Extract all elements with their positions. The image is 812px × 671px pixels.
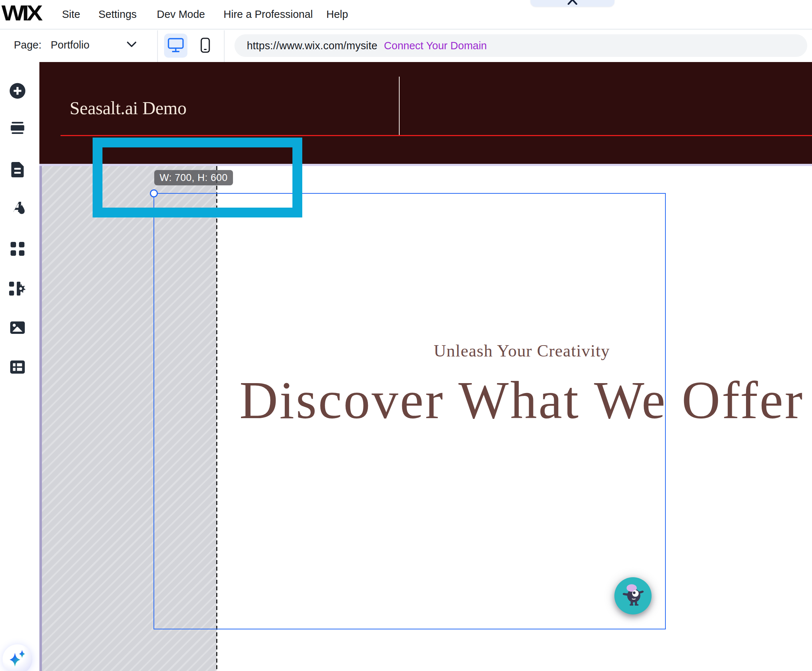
sidebar-item-cms[interactable]: [0, 276, 35, 302]
layout-grid-icon: [10, 361, 25, 375]
desktop-view-button[interactable]: [164, 34, 187, 58]
page-selector[interactable]: Portfolio: [51, 39, 89, 51]
menu-item-help[interactable]: Help: [326, 0, 348, 29]
size-tooltip: W: 700, H: 600: [154, 170, 233, 186]
media-icon: [10, 322, 25, 335]
sidebar-item-layout[interactable]: [0, 354, 35, 381]
collapsed-popup[interactable]: [530, 0, 614, 7]
ai-assistant-button[interactable]: [3, 644, 32, 671]
canvas-left-guide: [39, 166, 42, 671]
header-vertical-divider: [399, 77, 399, 135]
plus-circle-icon: [9, 82, 26, 100]
wix-chat-monster-icon: [620, 582, 646, 610]
chevron-down-icon[interactable]: [126, 41, 137, 48]
site-title[interactable]: Seasalt.ai Demo: [70, 97, 186, 119]
mobile-icon: [200, 37, 210, 54]
sidebar-item-app-market[interactable]: [0, 236, 35, 262]
editor-canvas[interactable]: Seasalt.ai Demo Unleash Your Creativity …: [39, 62, 812, 671]
desktop-icon: [167, 37, 184, 54]
sidebar-item-add-section[interactable]: [0, 115, 35, 141]
page-label: Page:: [14, 39, 42, 51]
site-url: https://www.wix.com/mysite: [247, 40, 377, 52]
ai-sparkles-icon: [6, 648, 29, 671]
mobile-view-button[interactable]: [194, 34, 217, 58]
site-url-bar[interactable]: https://www.wix.com/mysite Connect Your …: [234, 34, 807, 57]
top-menu-bar: WIX Site Settings Dev Mode Hire a Profes…: [0, 0, 812, 29]
page-toolbar: Page: Portfolio https://www.wix.com/mysi…: [0, 30, 812, 62]
sidebar-item-media[interactable]: [0, 315, 35, 341]
chat-widget-button[interactable]: [614, 577, 652, 615]
wix-logo[interactable]: WIX: [2, 2, 41, 24]
sidebar-item-site-design[interactable]: [0, 196, 35, 222]
page-icon: [11, 162, 24, 179]
header-red-line: [61, 135, 812, 136]
close-icon: [567, 0, 578, 7]
selection-bounding-box[interactable]: [153, 193, 666, 629]
workspace: Seasalt.ai Demo Unleash Your Creativity …: [0, 62, 812, 671]
menu-item-settings[interactable]: Settings: [99, 0, 137, 29]
sidebar-item-add-elements[interactable]: [0, 78, 35, 104]
site-design-icon: [10, 201, 25, 217]
menu-item-site[interactable]: Site: [62, 0, 80, 29]
add-section-icon: [10, 122, 24, 135]
menu-item-hire-a-professional[interactable]: Hire a Professional: [224, 0, 313, 29]
toolbar-separator: [224, 30, 224, 62]
editor-sidebar: [0, 62, 39, 671]
connect-domain-link[interactable]: Connect Your Domain: [384, 40, 487, 52]
toolbar-separator: [157, 30, 158, 62]
app-market-icon: [10, 242, 24, 257]
sidebar-item-pages-menu[interactable]: [0, 157, 35, 183]
cms-icon: [9, 282, 26, 296]
menu-item-dev-mode[interactable]: Dev Mode: [157, 0, 205, 29]
